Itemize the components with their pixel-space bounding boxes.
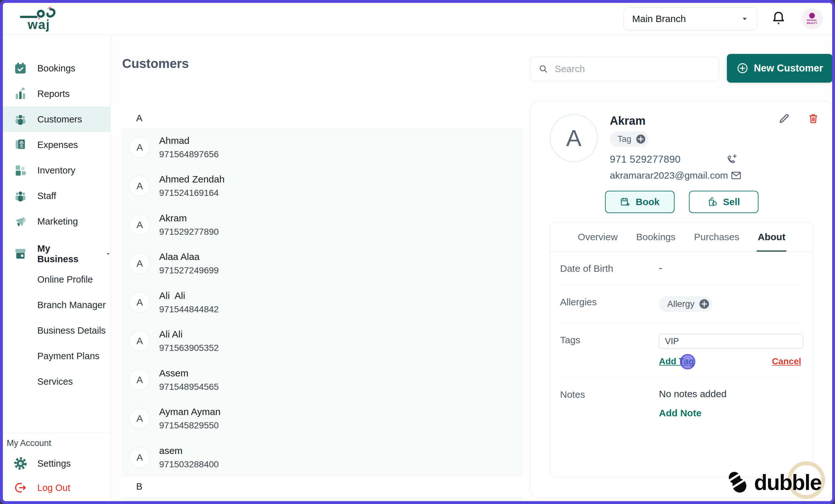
add-allergy-pill[interactable]: Allergy (659, 296, 713, 312)
chevron-down-icon (740, 15, 749, 23)
customer-name: Akram (159, 213, 219, 224)
customer-tabs-card: Overview Bookings Purchases About Date o… (550, 222, 814, 477)
customer-list: A A Ahmad 971564897656 A Ahmed Zendah 97… (122, 108, 523, 501)
sidebar-item-label: Reports (37, 89, 70, 99)
search-input[interactable] (554, 63, 711, 75)
mail-icon[interactable] (730, 169, 742, 182)
people-icon (13, 112, 28, 127)
new-customer-button[interactable]: New Customer (727, 54, 833, 83)
account-avatar[interactable]: REVEAL BEAUTY (801, 8, 822, 29)
customer-list-item[interactable]: A Ali Ali 971544844842 (122, 283, 523, 322)
logout-icon (13, 480, 28, 495)
tab-bookings[interactable]: Bookings (636, 222, 675, 251)
cancel-tag-link[interactable]: Cancel (772, 356, 801, 366)
sidebar-nav: Bookings Reports (3, 35, 111, 501)
detail-tabs: Overview Bookings Purchases About (550, 222, 813, 252)
tab-about[interactable]: About (758, 222, 786, 251)
sidebar-group-label: My Business (37, 243, 79, 264)
sidebar-item-settings[interactable]: Settings (3, 451, 110, 476)
customer-detail-card: A Akram Tag 971 529277890 (530, 101, 833, 498)
book-button[interactable]: Book (605, 191, 675, 213)
plus-circle-icon (698, 298, 710, 310)
search-icon (538, 63, 548, 74)
customer-detail-phone: 971 529277890 (610, 154, 680, 165)
customer-name: asem (159, 445, 219, 456)
sidebar-item-online-profile[interactable]: Online Profile (3, 267, 110, 292)
customer-avatar: A (129, 253, 150, 274)
tag-input[interactable] (659, 334, 803, 349)
topbar: waj Main Branch REVEAL BEAUTY (3, 3, 832, 35)
sidebar-item-reports[interactable]: Reports (3, 81, 110, 106)
customer-name: Ali Ali (159, 329, 219, 340)
calendar-check-icon (13, 61, 28, 76)
sidebar-subitem-label: Business Details (37, 325, 106, 336)
edit-customer-button[interactable] (778, 112, 790, 125)
tags-label: Tags (560, 334, 659, 366)
sidebar-item-logout[interactable]: Log Out (3, 476, 110, 500)
sidebar-item-label: Log Out (37, 483, 70, 493)
sidebar-item-label: Settings (37, 458, 71, 469)
tab-purchases[interactable]: Purchases (694, 222, 739, 251)
sidebar-item-business-details[interactable]: Business Details (3, 318, 110, 343)
customer-phone: 971527249699 (159, 265, 219, 276)
notes-value: No notes added (659, 388, 803, 399)
sidebar-item-expenses[interactable]: Expenses (3, 132, 110, 158)
customer-phone: 971548954565 (159, 382, 219, 392)
customer-phone: 971545829550 (159, 420, 220, 431)
customer-list-item[interactable]: A asem 971503288400 (122, 438, 523, 477)
sidebar-item-bookings[interactable]: Bookings (3, 56, 110, 81)
bell-icon (771, 11, 786, 27)
customer-name: Ahmed Zendah (159, 174, 225, 185)
customer-list-item[interactable]: A Ayman Ayman 971545829550 (122, 399, 523, 438)
customer-detail-name: Akram (610, 114, 742, 127)
sidebar-item-services[interactable]: Services (3, 369, 110, 394)
boxes-icon (13, 163, 28, 178)
customer-list-item[interactable]: A Ali Ali 971563905352 (122, 322, 523, 361)
avatar-brand-mark (809, 13, 815, 19)
sidebar-item-payment-plans[interactable]: Payment Plans (3, 343, 110, 369)
right-panel: New Customer A (530, 54, 833, 498)
notes-label: Notes (560, 388, 659, 419)
trash-icon (807, 113, 819, 125)
add-tag-pill[interactable]: Tag (610, 132, 649, 147)
branch-selector[interactable]: Main Branch (624, 7, 757, 30)
customer-avatar: A (129, 369, 150, 390)
sidebar-item-staff[interactable]: Staff (3, 183, 110, 209)
customer-phone: 971503288400 (159, 459, 219, 469)
sidebar-group-my-business[interactable]: My Business (3, 241, 110, 267)
customer-list-item[interactable]: A Ahmad 971564897656 (122, 128, 523, 167)
customer-avatar: A (129, 447, 150, 468)
sidebar-item-marketing[interactable]: Marketing (3, 209, 110, 234)
customer-list-item[interactable]: A Alaa Alaa 971527249699 (122, 244, 523, 283)
phone-add-icon[interactable] (726, 154, 737, 165)
delete-customer-button[interactable] (807, 112, 820, 125)
sidebar-item-branch-manager[interactable]: Branch Manager (3, 292, 110, 318)
sidebar-item-customers[interactable]: Customers (3, 106, 110, 132)
receipt-icon (13, 138, 28, 152)
customer-list-item[interactable]: A Ahmed Zendah 971524169164 (122, 167, 523, 206)
customer-list-item[interactable]: A Akram 971529277890 (122, 205, 523, 244)
add-tag-link[interactable]: Add Tag (659, 356, 694, 366)
sidebar-item-inventory[interactable]: Inventory (3, 158, 110, 183)
sell-button[interactable]: Sell (689, 191, 758, 213)
about-panel: Date of Birth - Allergies Allergy (550, 252, 813, 429)
customer-avatar: A (129, 214, 150, 236)
search-field[interactable] (530, 57, 719, 81)
customer-avatar: A (129, 176, 150, 197)
sidebar-item-label: Staff (37, 191, 56, 201)
customer-actions: Book Sell (531, 191, 832, 213)
allergies-row: Allergies Allergy (560, 285, 803, 323)
customer-list-item[interactable]: A Assem 971548954565 (122, 360, 523, 399)
notifications-bell-button[interactable] (770, 10, 787, 28)
page-title: Customers (122, 57, 189, 71)
customer-phone: 971563905352 (159, 343, 219, 353)
sidebar-subitem-label: Online Profile (37, 274, 93, 285)
add-note-link[interactable]: Add Note (659, 408, 803, 419)
dob-label: Date of Birth (560, 263, 659, 274)
tab-overview[interactable]: Overview (578, 222, 618, 251)
sidebar-item-label: Expenses (37, 140, 78, 150)
customer-name: Assem (159, 368, 219, 379)
allergy-pill-label: Allergy (667, 299, 695, 309)
shopping-bag-icon (707, 197, 718, 207)
list-actions: New Customer (530, 54, 833, 83)
